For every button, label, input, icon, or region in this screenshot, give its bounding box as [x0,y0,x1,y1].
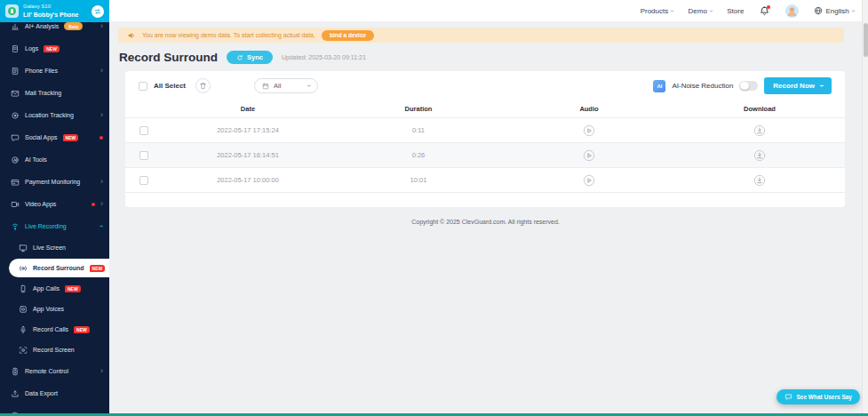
bind-device-button[interactable]: bind a device [322,30,374,41]
sidebar-item-ai-tools[interactable]: AI Tools [0,148,109,171]
cell-audio [504,124,674,137]
cell-duration: 0:26 [333,151,504,159]
chevron-right-icon: › [100,367,103,375]
chevron-right-icon: › [100,67,103,75]
record-surround-icon [19,264,28,273]
cell-date: 2022-05-17 17:15:24 [163,126,333,134]
sidebar-item-location-tracking[interactable]: Location Tracking› [0,104,109,126]
sidebar-item-phone-files[interactable]: Phone Files› [0,60,109,82]
language-menu[interactable]: English › [814,6,854,15]
avatar[interactable] [785,4,799,18]
new-badge: NEW [63,134,79,141]
cell-audio [504,149,674,162]
scrollbar-thumb[interactable] [864,23,868,57]
main-area: Products › Demo › Store English [109,0,868,416]
demo-menu[interactable]: Demo › [689,7,713,15]
sidebar-item-video-apps[interactable]: Video Apps› [0,193,109,215]
sidebar-item-label: Mail Tracking [25,90,61,96]
data-export-icon [11,389,20,398]
mail-tracking-icon [11,89,20,98]
topbar: Products › Demo › Store English [109,0,868,21]
products-menu[interactable]: Products › [641,7,673,15]
row-checkbox[interactable] [139,126,148,135]
content: You are now viewing demo data. To start … [109,21,862,416]
switch-device-icon[interactable] [92,5,104,18]
sidebar-item-label: AI Tools [25,156,47,163]
cell-duration: 10:01 [333,176,504,184]
social-apps-icon [11,133,20,142]
sidebar-item-label: Logs [25,45,38,52]
cell-date: 2022-05-17 10:00:00 [163,176,333,184]
sidebar-item-label: AI+ Analysis [25,23,59,29]
sidebar-item-label: Social Apps [25,134,58,140]
delete-button[interactable] [195,78,211,93]
play-audio-button[interactable] [583,149,595,162]
sidebar-item-payment-monitoring[interactable]: Payment Monitoring› [0,171,109,193]
record-screen-icon [19,346,28,355]
row-checkbox[interactable] [139,151,148,160]
sidebar-item-live-recording[interactable]: Live Recording› [0,215,109,237]
cell-duration: 0:11 [333,126,504,134]
scrollbar[interactable] [862,0,868,416]
sidebar-item-app-voices[interactable]: App Voices [0,299,109,319]
download-button[interactable] [753,149,766,162]
toggle-knob [740,82,749,91]
sidebar-item-remote-control[interactable]: Remote Control› [0,360,109,382]
notification-dot [92,203,95,206]
table-row: 2022-05-17 17:15:240:11 [125,117,845,142]
chevron-down-icon: › [669,10,675,12]
chat-icon [784,393,792,401]
record-now-label: Record Now [773,82,815,90]
device-header[interactable]: Galaxy S10 Lil' Bobby's Phone [0,0,109,22]
new-badge: NEW [65,285,81,292]
megaphone-icon [127,31,136,40]
sidebar-item-data-export[interactable]: Data Export [0,382,109,404]
sidebar-item-label: Remote Control [25,368,68,374]
store-link[interactable]: Store [727,7,744,15]
new-badge: NEW [90,265,106,272]
app-calls-icon [19,284,28,293]
filter-value: All [274,82,281,90]
ai-noise-toggle[interactable] [739,81,758,92]
date-filter-select[interactable]: All › [254,78,318,93]
sidebar-item-label: Live Screen [33,244,66,251]
live-recording-icon [11,222,20,231]
ai-icon: AI [653,80,665,92]
see-what-users-say-button[interactable]: See What Users Say [776,389,860,404]
row-checkbox[interactable] [139,176,148,185]
sidebar-item-label: Video Apps [25,201,56,207]
new-badge: NEW [74,326,90,333]
video-apps-icon [11,200,20,209]
sync-button[interactable]: Sync [227,51,273,64]
sidebar-item-social-apps[interactable]: Social AppsNEW [0,126,109,148]
sidebar-item-logs[interactable]: LogsNEW [0,37,109,60]
chevron-right-icon: › [100,200,103,208]
chevron-down-icon: › [817,84,825,87]
row-checkbox-cell [125,151,163,160]
sidebar-item-label: Data Export [25,390,58,396]
sidebar-item-mail-tracking[interactable]: Mail Tracking [0,82,109,104]
download-button[interactable] [753,124,766,137]
trash-icon [199,82,207,90]
device-phone-icon [5,4,19,18]
sidebar-item-record-surround[interactable]: Record SurroundNEW [9,259,109,277]
beta-badge: Beta [64,22,83,30]
play-audio-button[interactable] [583,174,595,187]
sidebar-item-label: Record Calls [33,326,68,332]
record-now-button[interactable]: Record Now › [764,77,832,94]
play-audio-button[interactable] [583,124,595,137]
table-row: 2022-05-17 10:00:0010:01 [125,167,845,192]
sidebar-item-app-calls[interactable]: App CallsNEW [0,278,109,299]
sidebar-item-live-screen[interactable]: Live Screen [0,237,109,258]
bell-icon[interactable] [759,5,770,17]
table-row: 2022-05-17 16:14:510:26 [125,142,845,167]
store-label: Store [727,7,744,15]
download-button[interactable] [753,174,766,187]
phone-files-icon [11,67,20,76]
sidebar-item-record-calls[interactable]: Record CallsNEW [0,319,109,340]
sidebar-item-record-screen[interactable]: Record Screen [0,340,109,360]
all-select-checkbox[interactable] [139,82,147,91]
sidebar-item-label: Location Tracking [25,112,74,118]
remote-control-icon [11,367,20,376]
device-meta: Galaxy S10 Lil' Bobby's Phone [23,4,78,19]
